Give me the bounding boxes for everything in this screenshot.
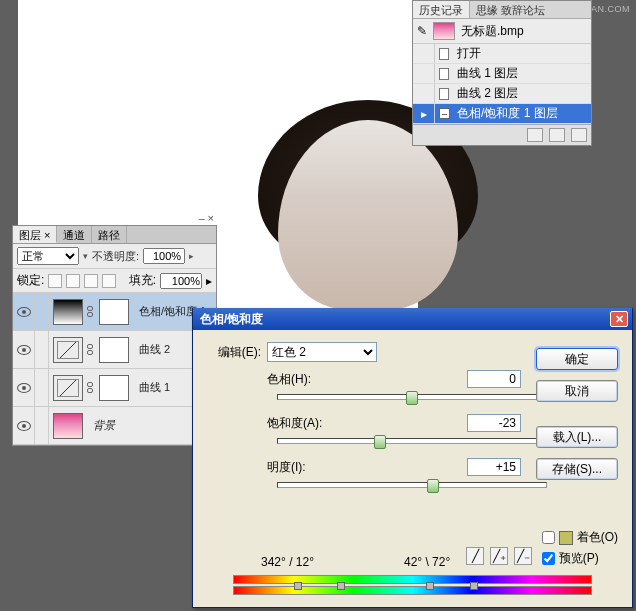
new-state-icon[interactable]	[549, 128, 565, 142]
history-item[interactable]: 曲线 2 图层	[413, 84, 591, 104]
doc-icon	[439, 68, 449, 80]
link-icon[interactable]	[87, 381, 95, 395]
eyedropper-icon[interactable]: ╱	[466, 547, 484, 565]
doc-icon	[439, 88, 449, 100]
mask-thumb[interactable]	[99, 299, 129, 325]
lock-transparent-icon[interactable]	[48, 274, 62, 288]
layer-thumb[interactable]	[53, 375, 83, 401]
hue-range-marker[interactable]	[470, 582, 478, 590]
panel-collapse-icon[interactable]: – ×	[198, 212, 214, 224]
chevron-right-icon[interactable]: ▸	[189, 251, 194, 261]
history-list: 打开 曲线 1 图层 曲线 2 图层 ▸ 色相/饱和度 1 图层	[413, 44, 591, 124]
hue-slider[interactable]	[277, 394, 547, 400]
mask-thumb[interactable]	[99, 375, 129, 401]
layer-row[interactable]: 色相/饱和度 1	[13, 293, 216, 331]
lock-move-icon[interactable]	[84, 274, 98, 288]
hue-saturation-dialog: 色相/饱和度 ✕ 编辑(E): 红色 2 色相(H): 饱和度(A):	[192, 308, 633, 608]
opacity-input[interactable]	[143, 248, 185, 264]
eye-icon[interactable]	[17, 383, 31, 393]
chevron-down-icon: ▾	[83, 251, 88, 261]
hue-range-marker[interactable]	[426, 582, 434, 590]
slider-thumb[interactable]	[374, 435, 386, 449]
lightness-slider[interactable]	[277, 482, 547, 488]
doc-thumb	[433, 22, 455, 40]
saturation-slider[interactable]	[277, 438, 547, 444]
layer-thumb[interactable]	[53, 413, 83, 439]
tab-actions[interactable]: 思缘 致辞论坛	[470, 1, 551, 18]
layer-icon	[439, 108, 450, 119]
slider-thumb[interactable]	[427, 479, 439, 493]
edit-label: 编辑(E):	[207, 344, 267, 361]
layers-list: 色相/饱和度 1 曲线 2 曲线 1	[13, 293, 216, 445]
history-item[interactable]: 打开	[413, 44, 591, 64]
chevron-right-icon[interactable]: ▸	[206, 274, 212, 288]
eye-icon[interactable]	[17, 307, 31, 317]
slider-thumb[interactable]	[406, 391, 418, 405]
layer-thumb[interactable]	[53, 299, 83, 325]
tab-layers[interactable]: 图层 ×	[13, 226, 57, 243]
lock-paint-icon[interactable]	[66, 274, 80, 288]
layer-row[interactable]: 背景	[13, 407, 216, 445]
layers-options: 正常 ▾ 不透明度: ▸	[13, 244, 216, 269]
eyedropper-add-icon[interactable]: ╱₊	[490, 547, 508, 565]
dialog-title: 色相/饱和度	[197, 311, 610, 328]
eye-icon[interactable]	[17, 345, 31, 355]
layer-name[interactable]: 背景	[87, 418, 200, 433]
tab-channels[interactable]: 通道	[57, 226, 92, 243]
eyedropper-sub-icon[interactable]: ╱₋	[514, 547, 532, 565]
hue-label: 色相(H):	[267, 371, 347, 388]
lightness-label: 明度(I):	[267, 459, 347, 476]
layers-tabbar: 图层 × 通道 路径	[13, 226, 216, 244]
colorize-check[interactable]: 着色(O)	[542, 529, 618, 546]
link-icon[interactable]	[87, 343, 95, 357]
edit-select[interactable]: 红色 2	[267, 342, 377, 362]
blend-mode-select[interactable]: 正常	[17, 247, 79, 265]
layer-thumb[interactable]	[53, 337, 83, 363]
history-item[interactable]: 曲线 1 图层	[413, 64, 591, 84]
history-tabs: 历史记录 思缘 致辞论坛	[413, 1, 591, 19]
opacity-label: 不透明度:	[92, 249, 139, 264]
tab-history[interactable]: 历史记录	[413, 1, 470, 18]
saturation-input[interactable]	[467, 414, 521, 432]
close-button[interactable]: ✕	[610, 311, 628, 327]
hue-range-marker[interactable]	[294, 582, 302, 590]
saturation-label: 饱和度(A):	[267, 415, 347, 432]
layers-lock-row: 锁定: 填充: ▸	[13, 269, 216, 293]
hue-input[interactable]	[467, 370, 521, 388]
trash-icon[interactable]	[571, 128, 587, 142]
tab-paths[interactable]: 路径	[92, 226, 127, 243]
lightness-input[interactable]	[467, 458, 521, 476]
cancel-button[interactable]: 取消	[536, 380, 618, 402]
range-left: 342° / 12°	[261, 555, 314, 569]
ok-button[interactable]: 确定	[536, 348, 618, 370]
fill-label: 填充:	[129, 272, 156, 289]
doc-icon	[439, 48, 449, 60]
link-icon[interactable]	[87, 305, 95, 319]
lock-all-icon[interactable]	[102, 274, 116, 288]
preview-check[interactable]: 预览(P)	[542, 550, 618, 567]
save-button[interactable]: 存储(S)...	[536, 458, 618, 480]
hue-range-marker[interactable]	[337, 582, 345, 590]
history-item[interactable]: ▸ 色相/饱和度 1 图层	[413, 104, 591, 124]
color-swatch	[559, 531, 573, 545]
layer-row[interactable]: 曲线 1	[13, 369, 216, 407]
history-doc-row[interactable]: ✎ 无标题.bmp	[413, 19, 591, 44]
layer-row[interactable]: 曲线 2	[13, 331, 216, 369]
colorize-checkbox[interactable]	[542, 531, 555, 544]
eye-icon[interactable]	[17, 421, 31, 431]
lock-label: 锁定:	[17, 272, 44, 289]
hue-spectrum[interactable]	[233, 575, 592, 597]
preview-checkbox[interactable]	[542, 552, 555, 565]
history-footer	[413, 124, 591, 145]
brush-icon: ✎	[417, 24, 427, 38]
range-right: 42° \ 72°	[404, 555, 450, 569]
mask-thumb[interactable]	[99, 337, 129, 363]
history-panel: 历史记录 思缘 致辞论坛 ✎ 无标题.bmp 打开 曲线 1 图层 曲线 2 图…	[412, 0, 592, 146]
layers-panel: – × 图层 × 通道 路径 正常 ▾ 不透明度: ▸ 锁定: 填充: ▸ 色相…	[12, 225, 217, 446]
load-button[interactable]: 载入(L)...	[536, 426, 618, 448]
titlebar[interactable]: 色相/饱和度 ✕	[193, 308, 632, 330]
fill-input[interactable]	[160, 273, 202, 289]
doc-name: 无标题.bmp	[461, 23, 524, 40]
snapshot-icon[interactable]	[527, 128, 543, 142]
